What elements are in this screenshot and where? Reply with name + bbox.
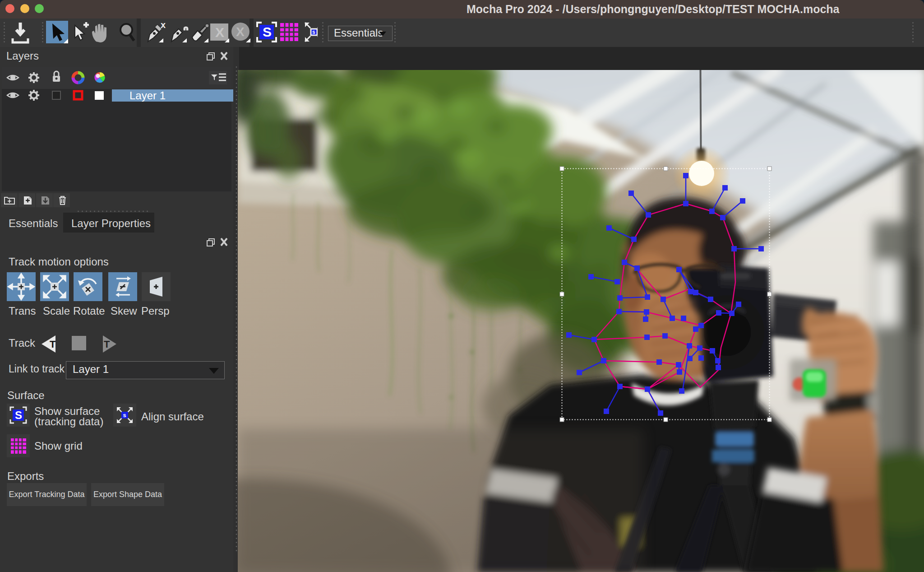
svg-text:x: x xyxy=(161,21,166,30)
svg-text:S: S xyxy=(15,409,22,421)
svg-text:s: s xyxy=(312,29,315,35)
svg-text:S: S xyxy=(263,24,272,39)
svg-text:X: X xyxy=(236,25,245,39)
svg-text:s: s xyxy=(123,412,126,419)
svg-text:X: X xyxy=(215,25,224,40)
svg-text:T: T xyxy=(50,339,56,350)
svg-text:T: T xyxy=(104,339,110,350)
